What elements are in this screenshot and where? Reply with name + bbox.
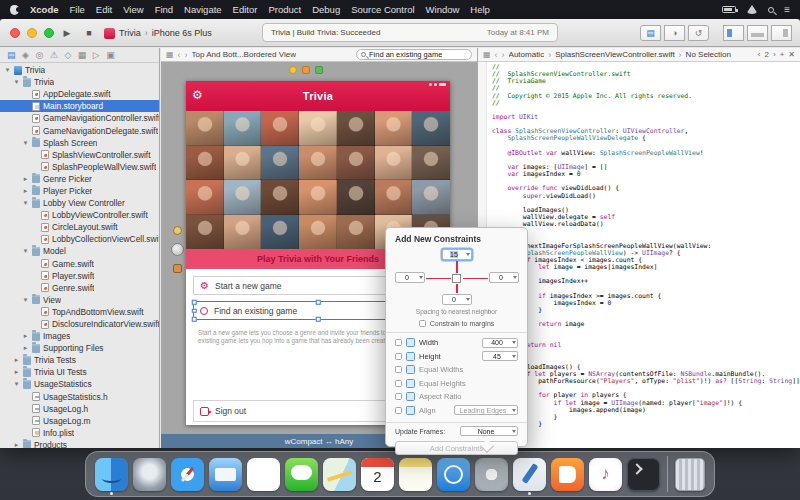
menu-xcode[interactable]: Xcode xyxy=(30,4,59,15)
update-frames-dropdown[interactable]: None xyxy=(460,426,518,436)
navigator-item[interactable]: ▾Model xyxy=(0,245,159,257)
menu-source-control[interactable]: Source Control xyxy=(351,4,414,15)
inspectors-toggle-button[interactable] xyxy=(771,25,792,41)
navigator-item[interactable]: DisclosureIndicatorView.swift xyxy=(0,318,159,330)
equal-widths-checkbox[interactable] xyxy=(395,366,402,373)
forward-chevron-icon[interactable]: › xyxy=(185,50,188,60)
navigator-item[interactable]: CircleLayout.swift xyxy=(0,221,159,233)
jump-bar-file[interactable]: SplashScreenViewController.swift xyxy=(555,50,674,59)
run-button[interactable]: ▶ xyxy=(58,25,76,41)
menu-product[interactable]: Product xyxy=(268,4,301,15)
dock-item-photos[interactable] xyxy=(247,458,280,491)
version-editor-button[interactable]: ↺ xyxy=(688,25,709,41)
dock-item-trash[interactable] xyxy=(675,458,705,491)
navigator-item[interactable]: ▾Trivia xyxy=(0,64,159,76)
menu-help[interactable]: Help xyxy=(470,4,490,15)
disclosure-triangle[interactable]: ▾ xyxy=(13,380,20,388)
top-strut[interactable] xyxy=(456,261,458,273)
disclosure-triangle[interactable]: ▾ xyxy=(4,66,11,74)
wifi-icon[interactable] xyxy=(746,5,758,14)
navigator-item[interactable]: ▸Trivia Tests xyxy=(0,354,159,366)
constrain-to-margins-checkbox[interactable] xyxy=(419,320,426,327)
navigator-item[interactable]: ▸Images xyxy=(0,330,159,342)
disclosure-triangle[interactable]: ▾ xyxy=(22,296,29,304)
symbol-navigator-icon[interactable]: ◈ xyxy=(22,50,29,60)
navigator-item[interactable]: AppDelegate.swift xyxy=(0,88,159,100)
navigator-item[interactable]: UsageStatistics.h xyxy=(0,391,159,403)
disclosure-triangle[interactable]: ▸ xyxy=(22,175,29,183)
width-value-field[interactable]: 400 xyxy=(482,338,518,348)
selection-handle[interactable] xyxy=(192,300,197,305)
dock-item-notes[interactable] xyxy=(399,458,432,491)
breakpoint-navigator-icon[interactable]: ▷ xyxy=(93,50,100,60)
top-spacing-field[interactable]: 15 xyxy=(442,249,472,260)
find-field[interactable]: Find an existing game xyxy=(356,49,472,60)
close-button[interactable] xyxy=(10,28,20,38)
related-items-icon[interactable]: ▦ xyxy=(166,50,174,59)
dock-item-system-preferences[interactable] xyxy=(475,458,508,491)
dock-item-safari[interactable] xyxy=(171,458,204,491)
next-counterpart-icon[interactable]: › xyxy=(773,50,776,59)
equal-heights-checkbox[interactable] xyxy=(395,380,402,387)
back-chevron-icon[interactable]: ‹ xyxy=(178,50,181,60)
navigation-bar[interactable]: ⚙ Trivia xyxy=(186,81,450,111)
disclosure-triangle[interactable]: ▾ xyxy=(13,78,20,86)
navigator-item[interactable]: SplashPeopleWallView.swift xyxy=(0,161,159,173)
navigator-item[interactable]: TopAndBottomView.swift xyxy=(0,306,159,318)
disclosure-triangle[interactable]: ▸ xyxy=(13,356,20,364)
scheme-selector[interactable]: Trivia › iPhone 6s Plus xyxy=(104,25,212,41)
add-editor-icon[interactable]: + xyxy=(780,50,785,59)
disclosure-triangle[interactable]: ▾ xyxy=(22,139,29,147)
menu-editor[interactable]: Editor xyxy=(233,4,258,15)
storyboard-entry-point-icon[interactable] xyxy=(171,243,184,256)
project-navigator-icon[interactable]: ▤ xyxy=(7,50,16,60)
first-responder-icon[interactable] xyxy=(173,264,182,273)
jump-bar-selection[interactable]: No Selection xyxy=(686,50,731,59)
navigator-item[interactable]: LobbyCollectionViewCell.swift xyxy=(0,233,159,245)
battery-icon[interactable] xyxy=(722,6,736,13)
code-area[interactable]: //// SplashScreenViewController.swift// … xyxy=(487,62,800,448)
exit-icon[interactable] xyxy=(315,66,323,74)
disclosure-triangle[interactable]: ▸ xyxy=(22,332,29,340)
width-checkbox[interactable] xyxy=(395,339,402,346)
navigator-item[interactable]: LobbyViewController.swift xyxy=(0,209,159,221)
trailing-strut[interactable] xyxy=(463,278,488,280)
jump-bar-mode[interactable]: Automatic xyxy=(509,50,545,59)
navigator-item[interactable]: SplashViewController.swift xyxy=(0,149,159,161)
assistant-editor-button[interactable]: ◑ xyxy=(664,25,685,41)
related-items-icon[interactable]: ▦ xyxy=(483,50,491,59)
navigator-item[interactable]: GameNavigationDelegate.swift xyxy=(0,124,159,136)
selection-handle[interactable] xyxy=(316,300,321,305)
align-dropdown[interactable]: Leading Edges xyxy=(454,405,518,415)
dock-item-itunes[interactable] xyxy=(589,458,622,491)
navigator-toggle-button[interactable] xyxy=(723,25,744,41)
minimize-button[interactable] xyxy=(27,28,37,38)
find-navigator-icon[interactable]: ◎ xyxy=(35,50,43,60)
debug-navigator-icon[interactable]: ▦ xyxy=(78,50,87,60)
disclosure-triangle[interactable]: ▾ xyxy=(22,247,29,255)
navigator-item[interactable]: Main.storyboard xyxy=(0,100,159,112)
height-checkbox[interactable] xyxy=(395,353,402,360)
dock-item-app-store[interactable] xyxy=(437,458,470,491)
debug-area-toggle-button[interactable] xyxy=(747,25,768,41)
disclosure-triangle[interactable]: ▸ xyxy=(13,441,20,448)
forward-chevron-icon[interactable]: › xyxy=(502,50,505,60)
navigator-item[interactable]: ▾View xyxy=(0,294,159,306)
test-navigator-icon[interactable]: ◇ xyxy=(64,50,71,60)
navigator-item[interactable]: UsageLog.m xyxy=(0,415,159,427)
navigator-item[interactable]: ▸Supporting Files xyxy=(0,342,159,354)
disclosure-triangle[interactable]: ▸ xyxy=(22,344,29,352)
navigator-item[interactable]: GameNavigationController.swift xyxy=(0,112,159,124)
menu-view[interactable]: View xyxy=(123,4,143,15)
align-checkbox[interactable] xyxy=(395,407,402,414)
menu-edit[interactable]: Edit xyxy=(96,4,112,15)
navigator-item[interactable]: UsageLog.h xyxy=(0,403,159,415)
stop-button[interactable]: ■ xyxy=(80,25,98,41)
dock-item-launchpad[interactable] xyxy=(133,458,166,491)
trailing-spacing-field[interactable]: 0 xyxy=(489,272,519,283)
issue-navigator-icon[interactable]: ⚠ xyxy=(50,50,58,60)
dock-item-messages[interactable] xyxy=(285,458,318,491)
dock-item-ibooks[interactable] xyxy=(551,458,584,491)
view-controller-icon[interactable] xyxy=(289,66,297,74)
dock-item-terminal[interactable] xyxy=(627,458,660,491)
